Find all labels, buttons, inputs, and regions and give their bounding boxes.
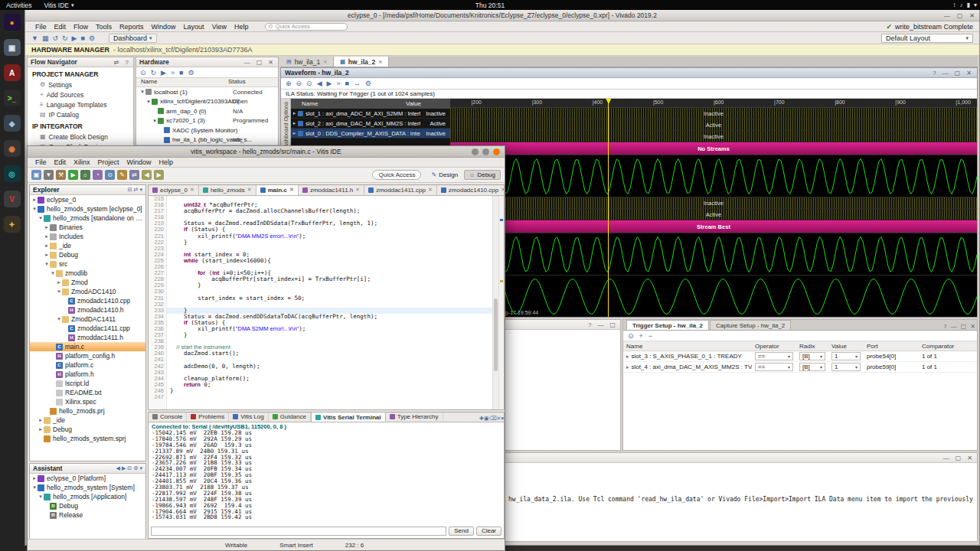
close-icon[interactable]: ✕	[378, 59, 382, 64]
open-icon[interactable]: ▦	[42, 34, 49, 42]
dashboard-button[interactable]: Dashboard ▾	[109, 34, 157, 43]
remove-icon[interactable]: −	[648, 332, 652, 340]
console-tab-vitis-log[interactable]: Vitis Log	[229, 412, 269, 422]
close-icon[interactable]: ✕	[247, 187, 252, 193]
code-area[interactable]: uint32_t *acqBufferPtr; acqBufferPtr = d…	[167, 196, 492, 409]
search-icon[interactable]: ⊙	[140, 69, 146, 77]
vivado-menu-window[interactable]: Window	[148, 22, 180, 31]
trigger-combo[interactable]: [B]▾	[799, 352, 825, 360]
trigger-tab[interactable]: Trigger Setup - hw_ila_2	[626, 320, 709, 330]
close-icon[interactable]: ✕	[428, 187, 433, 193]
trigger-row[interactable]: ▸slot_4 : axi_dma_DAC_M_AXIS_MM2S : TVAL…	[623, 362, 977, 373]
dock-vivado[interactable]: V	[4, 191, 21, 207]
console-tab-guidance[interactable]: Guidance	[269, 412, 311, 422]
debug-icon[interactable]: ☼	[80, 170, 90, 180]
tree-item-release[interactable]: RRelease	[30, 510, 145, 520]
stop-icon[interactable]: ■	[345, 80, 349, 87]
help-icon[interactable]: ?	[124, 59, 130, 66]
vivado-menu-flow[interactable]: Flow	[70, 22, 92, 31]
close-icon[interactable]: ✕	[355, 187, 360, 193]
maximize-icon[interactable]: ▢	[957, 12, 963, 19]
vivado-menu-file[interactable]: File	[31, 22, 51, 31]
tree-item-zmoddac1411[interactable]: ▾ZmodDAC1411	[30, 315, 145, 324]
view-menu-icon[interactable]: ▾	[501, 416, 504, 422]
settings-icon[interactable]: ⚙	[89, 34, 95, 42]
appmenu-button[interactable]: Vitis IDE ▾	[38, 0, 80, 10]
tree-item--ide[interactable]: ▸_ide	[30, 416, 145, 425]
trigger-marker[interactable]	[608, 99, 609, 317]
tree-arrow-icon[interactable]: ▾	[38, 215, 44, 221]
activities-button[interactable]: Activities	[0, 0, 38, 10]
tree-arrow-icon[interactable]: ▾	[31, 206, 38, 212]
wave-row-status[interactable]: Active	[450, 119, 977, 131]
tree-arrow-icon[interactable]: ▾	[145, 99, 152, 105]
tree-item-hello-zmods-standalone-on-ps7-cort-[interactable]: ▾hello_zmods [standalone on ps7_cort...	[30, 214, 145, 223]
vitis-menu-help[interactable]: Help	[155, 158, 178, 167]
minimize-icon[interactable]: —	[944, 12, 950, 19]
dock-files[interactable]: ▣	[4, 39, 21, 56]
prev-icon[interactable]: ◀	[317, 80, 322, 87]
wave-row-status[interactable]: Inactive	[450, 108, 977, 119]
tree-item-main-c[interactable]: Cmain.c	[30, 342, 145, 351]
mark-icon[interactable]: ✎	[117, 170, 127, 180]
dock-firefox[interactable]: ●	[4, 14, 21, 31]
search-icon[interactable]: ⊙	[105, 170, 115, 180]
refresh-icon[interactable]: ↻	[151, 69, 157, 77]
tree-item-platform-config-h[interactable]: Hplatform_config.h	[30, 351, 145, 360]
tree-item-zmodadc1410-h[interactable]: Hzmodadc1410.h	[30, 305, 145, 315]
minimize-icon[interactable]: —	[243, 59, 252, 66]
search-icon[interactable]: ⊙	[628, 332, 634, 340]
view-menu-icon[interactable]: ▾	[139, 187, 142, 193]
build-icon[interactable]: ⚒	[56, 170, 66, 180]
close-icon[interactable]: ✕	[965, 70, 973, 77]
close-icon[interactable]: ✕	[969, 323, 977, 330]
tree-arrow-icon[interactable]: ▾	[50, 270, 56, 276]
tree-item-hello-zmods-system-system-[interactable]: ▾hello_zmods_system [System]	[30, 483, 145, 492]
vivado-menu-tools[interactable]: Tools	[92, 22, 116, 31]
tree-item-eclypse-0[interactable]: ▸eclypse_0	[30, 195, 145, 204]
trigger-combo[interactable]: 1▾	[831, 363, 861, 371]
wave-row-status[interactable]: Active	[450, 209, 977, 220]
network-icon[interactable]: ↕	[953, 2, 956, 8]
tree-item-hello-zmods-system-eclypse-0-[interactable]: ▾hello_zmods_system [eclypse_0]	[30, 204, 145, 214]
vitis-menu-project[interactable]: Project	[94, 158, 123, 167]
tree-arrow-icon[interactable]: ▸	[31, 197, 38, 203]
perspective-design[interactable]: ✎Design	[426, 170, 462, 180]
tree-arrow-icon[interactable]: ▸	[31, 475, 38, 481]
tree-item-zmodadc1410[interactable]: ▾ZmodADC1410	[30, 287, 145, 296]
clear-icon[interactable]: ⌫	[489, 416, 497, 422]
minimize-icon[interactable]: —	[949, 323, 959, 330]
clear-button[interactable]: Clear	[476, 527, 501, 536]
trigger-combo[interactable]: ==▾	[755, 363, 793, 371]
close-icon[interactable]: ✕	[266, 59, 275, 66]
tree-item-binaries[interactable]: ▸Binaries	[30, 223, 145, 232]
vivado-menu-view[interactable]: View	[208, 22, 230, 31]
profile-icon[interactable]: ◔	[93, 170, 103, 180]
wave-row-status[interactable]: Inactive	[450, 131, 977, 142]
hardware-tree-row[interactable]: ▾xc7z020_1 (3)Programmed	[136, 116, 278, 126]
help-icon[interactable]: ?	[586, 321, 593, 328]
pin-icon[interactable]: ▣	[484, 416, 489, 422]
vitis-titlebar[interactable]: vitis_workspace - hello_zmods/src/main.c…	[28, 146, 505, 158]
maximize-icon[interactable]: ▢	[954, 455, 963, 461]
tree-item-lscript-ld[interactable]: lscript.ld	[30, 379, 145, 388]
minimize-icon[interactable]: —	[942, 455, 951, 461]
vivado-titlebar[interactable]: eclypse_0 - [/media/psf/Home/Documents/K…	[25, 10, 979, 21]
tree-item-zmod[interactable]: ▸Zmod	[30, 278, 145, 287]
close-icon[interactable]: ✕	[969, 12, 975, 19]
trigger-tab[interactable]: Capture Setup - hw_ila_2	[710, 320, 791, 330]
tree-item-readme-txt[interactable]: README.txt	[30, 388, 145, 397]
zoom-out-icon[interactable]: ⊖	[296, 80, 302, 87]
minimize-button[interactable]	[472, 148, 479, 155]
dock-xilinx[interactable]: ✦	[4, 216, 21, 233]
terminal-input[interactable]	[151, 527, 446, 536]
chevron-down-icon[interactable]: ▾	[974, 2, 977, 8]
console-tab-console[interactable]: Console	[149, 412, 187, 422]
vivado-menu-reports[interactable]: Reports	[116, 22, 148, 31]
tree-arrow-icon[interactable]: ▾	[56, 289, 62, 295]
tree-arrow-icon[interactable]: ▾	[44, 261, 50, 267]
doc-tab-hw_ila_1[interactable]: ▤hw_ila_1✕	[280, 57, 334, 67]
collapse-all-icon[interactable]: ⊟	[127, 465, 132, 471]
flow-item-add-sources[interactable]: +Add Sources	[28, 90, 133, 99]
tree-item-platform-c[interactable]: Cplatform.c	[30, 360, 145, 370]
